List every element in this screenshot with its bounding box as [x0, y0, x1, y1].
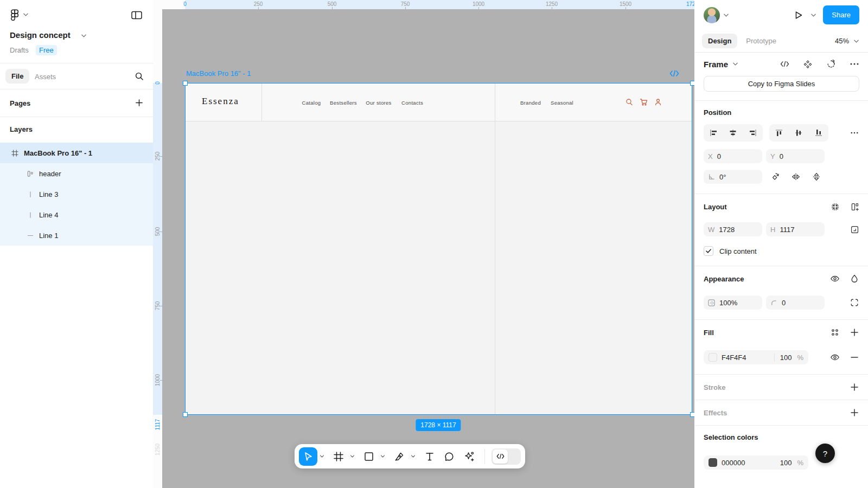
selection-handle-bottom-left[interactable] [183, 412, 188, 417]
selection-color-opacity[interactable]: 100 [780, 459, 792, 467]
actions-tool[interactable] [459, 447, 478, 466]
fill-opacity-unit: % [797, 354, 803, 362]
clip-content-checkbox[interactable] [704, 246, 713, 256]
canvas[interactable]: 0 250 500 750 1000 1250 1500 1728 0 250 … [153, 0, 694, 488]
dev-mode-toggle[interactable] [492, 448, 521, 465]
tab-prototype[interactable]: Prototype [746, 37, 776, 45]
layer-row-line1[interactable]: Line 1 [0, 225, 153, 246]
comment-tool[interactable] [440, 447, 458, 466]
move-tool-chevron-icon[interactable] [318, 447, 325, 466]
flip-horizontal-icon[interactable] [791, 172, 801, 182]
fill-color-swatch[interactable] [709, 353, 717, 362]
site-account-icon[interactable] [654, 98, 662, 106]
selection-handle-bottom-right[interactable] [690, 412, 694, 417]
copy-to-slides-button[interactable]: Copy to Figma Slides [704, 76, 859, 92]
code-icon[interactable] [780, 59, 789, 69]
selection-handle-top-left[interactable] [183, 81, 188, 86]
tab-design[interactable]: Design [702, 34, 737, 48]
align-v-center-icon[interactable] [794, 128, 803, 138]
selection-color-swatch[interactable] [709, 458, 717, 467]
layer-row-line4[interactable]: Line 4 [0, 204, 153, 225]
align-left-icon[interactable] [709, 128, 718, 138]
pen-tool-chevron-icon[interactable] [410, 447, 416, 466]
pen-tool[interactable] [390, 447, 409, 466]
rotation-input[interactable]: 0° [704, 170, 762, 184]
figma-logo-icon[interactable] [9, 9, 21, 21]
main-menu-chevron-icon[interactable] [23, 12, 29, 17]
fill-visibility-icon[interactable] [830, 352, 840, 362]
toggle-sidebar-icon[interactable] [131, 10, 143, 21]
align-top-icon[interactable] [774, 128, 784, 138]
styles-grid-icon[interactable] [830, 328, 840, 337]
nav-link[interactable]: Bestsellers [330, 100, 357, 106]
frame-tool-chevron-icon[interactable] [349, 447, 355, 466]
site-cart-icon[interactable] [640, 98, 648, 106]
width-input[interactable]: W 1728 [704, 222, 762, 236]
nav-link[interactable]: Seasonal [551, 100, 573, 106]
zoom-chevron-icon[interactable] [853, 39, 859, 43]
file-title-chevron-icon[interactable] [81, 34, 87, 38]
independent-corners-icon[interactable] [850, 298, 859, 307]
flip-vertical-icon[interactable] [812, 172, 821, 182]
x-input[interactable]: X 0 [704, 149, 762, 163]
add-effect-icon[interactable] [850, 408, 859, 418]
text-tool[interactable] [420, 447, 439, 466]
add-page-icon[interactable] [135, 99, 143, 107]
move-tool[interactable] [299, 447, 317, 466]
selection-chevron-icon[interactable] [732, 62, 738, 66]
present-chevron-icon[interactable] [810, 13, 816, 17]
remove-fill-icon[interactable] [850, 352, 859, 362]
add-autolayout-icon[interactable] [850, 202, 859, 211]
frame-tool[interactable] [329, 447, 348, 466]
share-button[interactable]: Share [823, 5, 859, 24]
frame-title-label[interactable]: MacBook Pro 16" - 1 [186, 69, 251, 78]
visibility-eye-icon[interactable] [830, 274, 840, 284]
corner-radius-input[interactable]: 0 [766, 296, 825, 310]
component-icon[interactable] [803, 59, 813, 69]
horizontal-ruler[interactable]: 0 250 500 750 1000 1250 1500 1728 [153, 0, 694, 9]
position-more-icon[interactable] [850, 128, 859, 138]
align-h-center-icon[interactable] [728, 128, 738, 138]
avatar[interactable] [704, 7, 720, 23]
fill-hex-value[interactable]: F4F4F4 [722, 354, 746, 362]
site-search-icon[interactable] [626, 98, 633, 106]
align-bottom-icon[interactable] [814, 128, 824, 138]
search-icon[interactable] [135, 72, 144, 81]
selection-color-hex[interactable]: 000000 [722, 459, 745, 467]
add-stroke-icon[interactable] [850, 382, 859, 392]
present-play-icon[interactable] [793, 10, 804, 21]
zoom-level[interactable]: 45% [835, 37, 849, 45]
opacity-input[interactable]: 100% [704, 296, 762, 310]
more-options-icon[interactable] [850, 59, 859, 69]
aspect-ratio-lock-icon[interactable] [850, 224, 859, 234]
layer-row-frame[interactable]: MacBook Pro 16" - 1 [0, 143, 153, 163]
layer-row-line3[interactable]: Line 3 [0, 184, 153, 204]
y-input[interactable]: Y 0 [766, 149, 825, 163]
resize-to-fit-icon[interactable] [830, 202, 840, 211]
help-button[interactable]: ? [815, 444, 835, 463]
fill-color-row[interactable]: F4F4F4 100 % [704, 350, 808, 364]
nav-link[interactable]: Contacts [401, 100, 423, 106]
tab-file[interactable]: File [5, 69, 29, 84]
selection-handle-top-right[interactable] [690, 81, 694, 86]
shape-tool-chevron-icon[interactable] [379, 447, 386, 466]
height-input[interactable]: H 1117 [766, 222, 825, 236]
breadcrumb-drafts[interactable]: Drafts [10, 46, 29, 54]
selection-color-row[interactable]: 000000 100 % [704, 455, 808, 470]
design-frame[interactable]: Essenza Catalog Bestsellers Our stores C… [185, 83, 692, 415]
transform-icon[interactable] [826, 59, 836, 69]
layer-row-header[interactable]: header [0, 163, 153, 184]
shape-tool[interactable] [360, 447, 378, 466]
nav-link[interactable]: Catalog [302, 100, 321, 106]
add-fill-icon[interactable] [850, 328, 859, 337]
rotate-icon[interactable] [770, 172, 780, 182]
nav-link[interactable]: Branded [520, 100, 541, 106]
account-chevron-icon[interactable] [723, 13, 729, 17]
fill-opacity-value[interactable]: 100 [780, 354, 792, 362]
frame-devmode-icon[interactable] [669, 70, 679, 77]
vertical-ruler[interactable]: 0 250 500 750 1000 1117 1250 [153, 9, 162, 488]
align-right-icon[interactable] [748, 128, 758, 138]
nav-link[interactable]: Our stores [366, 100, 391, 106]
blend-droplet-icon[interactable] [850, 274, 859, 284]
tab-assets[interactable]: Assets [35, 73, 56, 81]
